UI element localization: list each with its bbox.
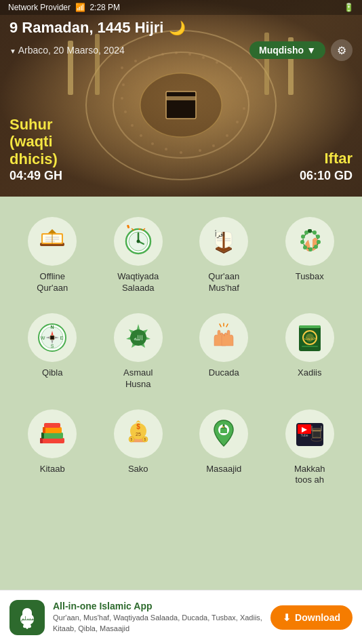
banner-title: All-in-one Islamic App <box>53 601 262 611</box>
tusbax-label: Tusbax <box>296 271 324 283</box>
svg-point-58 <box>316 235 320 239</box>
svg-point-60 <box>314 245 318 249</box>
asmaul-husna-label: AsmaulHusna <box>123 367 153 390</box>
carrier-time: Network Provider 📶 2:28 PM <box>8 3 120 12</box>
svg-text:مسلم: مسلم <box>21 616 34 622</box>
svg-text:N: N <box>51 325 54 329</box>
svg-point-27 <box>124 110 127 113</box>
grid-item-ducada[interactable]: Ducada <box>182 306 266 397</box>
svg-point-6 <box>121 66 123 69</box>
grid-item-sako[interactable]: $ 25 $ $ Sako <box>97 403 180 494</box>
icon-grid: OfflineQur'aan WaqtiyadaSalaada <box>11 210 351 493</box>
carrier: Network Provider <box>8 3 71 12</box>
qibla-label: Qibla <box>42 367 62 379</box>
quran-mushaf-icon: اقرأ <box>199 217 248 266</box>
svg-text:الله: الله <box>134 334 143 342</box>
masaajid-label: Masaajid <box>206 464 241 475</box>
svg-rect-89 <box>302 346 318 347</box>
sako-icon: $ 25 $ $ <box>114 409 163 458</box>
svg-point-59 <box>317 240 321 244</box>
offline-quran-label: OfflineQur'aan <box>37 271 68 294</box>
grid-item-kitaab[interactable]: Kitaab <box>11 403 94 494</box>
svg-rect-66 <box>308 229 312 233</box>
svg-rect-105 <box>220 428 227 433</box>
svg-point-14 <box>229 66 232 69</box>
svg-point-61 <box>308 247 313 251</box>
svg-rect-113 <box>311 426 313 431</box>
kitaab-label: Kitaab <box>40 464 65 475</box>
city-button[interactable]: Muqdisho ▼ <box>249 41 325 59</box>
svg-rect-78 <box>50 336 54 340</box>
svg-rect-96 <box>43 427 45 433</box>
hero-section: 9 Ramadan, 1445 Hijri 🌙 Arbaco, 20 Maars… <box>0 0 362 197</box>
svg-text:$: $ <box>130 437 132 441</box>
svg-rect-47 <box>127 224 130 228</box>
grid-item-tusbax[interactable]: Tusbax <box>268 210 352 301</box>
download-icon: ⬇ <box>283 612 291 623</box>
svg-text:اقرأ: اقرأ <box>215 230 225 239</box>
suhur-info: Suhur(waqtidhicis) 04:49 GH <box>9 116 62 183</box>
svg-point-63 <box>300 240 304 244</box>
svg-rect-93 <box>44 423 60 428</box>
app-icon: مسلم <box>9 600 45 635</box>
svg-rect-4 <box>166 92 196 119</box>
iftar-info: Iftar 06:10 GD <box>300 150 353 183</box>
svg-point-62 <box>303 245 307 249</box>
ducada-label: Ducada <box>209 367 239 379</box>
svg-marker-36 <box>48 229 56 233</box>
iftar-label: Iftar <box>300 150 353 167</box>
svg-text:E: E <box>60 336 64 340</box>
svg-point-15 <box>239 77 242 79</box>
svg-text:W: W <box>41 336 45 340</box>
svg-rect-90 <box>40 438 64 443</box>
svg-line-83 <box>226 324 228 327</box>
svg-text:25: 25 <box>136 432 141 437</box>
grid-item-makkah[interactable]: Tube Makkahtoos ah <box>268 403 352 494</box>
svg-point-13 <box>216 61 218 64</box>
dropdown-icon: ▼ <box>306 45 316 56</box>
suhur-time: 04:49 GH <box>9 169 62 183</box>
svg-line-81 <box>220 324 221 327</box>
grid-item-qibla[interactable]: N S E W Qibla <box>11 306 94 397</box>
location-row: Arbaco, 20 Maarso, 2024 Muqdisho ▼ ⚙ <box>9 39 353 61</box>
bottom-banner: مسلم All-in-one Islamic App Qur'aan, Mus… <box>0 590 362 644</box>
asmaul-husna-icon: الله <box>114 313 163 362</box>
svg-rect-5 <box>166 96 196 100</box>
svg-point-17 <box>243 107 245 110</box>
grid-item-masaajid[interactable]: Masaajid <box>182 403 266 494</box>
grid-item-xadiis[interactable]: حديث Xadiis <box>268 306 352 397</box>
svg-point-64 <box>301 235 305 239</box>
xadiis-label: Xadiis <box>298 367 321 379</box>
ducada-icon <box>199 313 248 362</box>
grid-item-offline-quran[interactable]: OfflineQur'aan <box>11 210 94 301</box>
svg-text:حديث: حديث <box>304 336 315 340</box>
grid-item-quran-mushaf[interactable]: اقرأ Qur'aanMus'haf <box>182 210 266 301</box>
svg-rect-114 <box>321 426 322 431</box>
grid-item-prayer-times[interactable]: WaqtiyadaSalaada <box>97 210 180 301</box>
svg-text:S: S <box>51 344 54 348</box>
svg-point-46 <box>136 240 140 243</box>
svg-point-28 <box>121 97 123 100</box>
qibla-icon: N S E W <box>28 313 77 362</box>
svg-rect-85 <box>299 325 321 328</box>
svg-rect-92 <box>43 427 62 433</box>
svg-point-16 <box>246 90 249 93</box>
svg-rect-112 <box>313 430 321 432</box>
prayer-times: Suhur(waqtidhicis) 04:49 GH Iftar 06:10 … <box>0 116 362 183</box>
gregorian-date: Arbaco, 20 Maarso, 2024 <box>9 45 125 56</box>
svg-rect-94 <box>40 438 43 443</box>
svg-text:Tube: Tube <box>300 433 308 437</box>
moon-icon: 🌙 <box>169 20 186 36</box>
banner-desc: Qur'aan, Mus'haf, Waqtiyada Salaada, Duc… <box>53 613 262 634</box>
grid-item-asmaul-husna[interactable]: الله AsmaulHusna <box>97 306 180 397</box>
status-bar: Network Provider 📶 2:28 PM 🔋 <box>0 0 362 15</box>
time: 2:28 PM <box>89 3 120 12</box>
hero-content: 9 Ramadan, 1445 Hijri 🌙 Arbaco, 20 Maars… <box>0 19 362 61</box>
svg-point-57 <box>313 230 317 235</box>
svg-text:$: $ <box>144 437 146 441</box>
grid-section: OfflineQur'aan WaqtiyadaSalaada <box>0 197 362 500</box>
settings-button[interactable]: ⚙ <box>331 39 353 61</box>
prayer-times-icon <box>114 217 163 266</box>
download-button[interactable]: ⬇ Download <box>270 605 353 630</box>
banner-text: All-in-one Islamic App Qur'aan, Mus'haf,… <box>53 601 262 634</box>
